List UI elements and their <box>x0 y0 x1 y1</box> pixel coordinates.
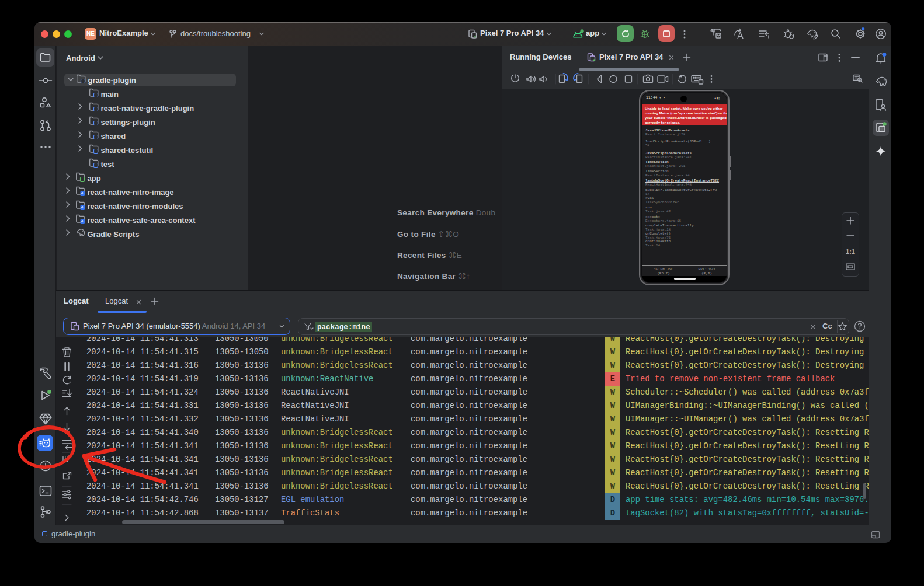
svg-text:shared-testutil: shared-testutil <box>101 146 154 155</box>
svg-text:react-native-nitro-image: react-native-nitro-image <box>88 188 174 197</box>
svg-text:shared: shared <box>101 132 126 141</box>
svg-text:main: main <box>101 90 119 99</box>
svg-text:react-native-safe-area-context: react-native-safe-area-context <box>88 216 196 225</box>
svg-text:Gradle Scripts: Gradle Scripts <box>88 230 140 239</box>
svg-text:react-native-gradle-plugin: react-native-gradle-plugin <box>101 104 194 113</box>
svg-text:app: app <box>88 174 101 183</box>
svg-text:test: test <box>101 160 115 169</box>
svg-text:settings-plugin: settings-plugin <box>101 118 155 127</box>
svg-text:Android: Android <box>66 54 95 62</box>
svg-text:1:1: 1:1 <box>846 248 855 255</box>
svg-text:gradle-plugin: gradle-plugin <box>88 76 136 85</box>
svg-text:react-native-nitro-modules: react-native-nitro-modules <box>88 202 183 211</box>
